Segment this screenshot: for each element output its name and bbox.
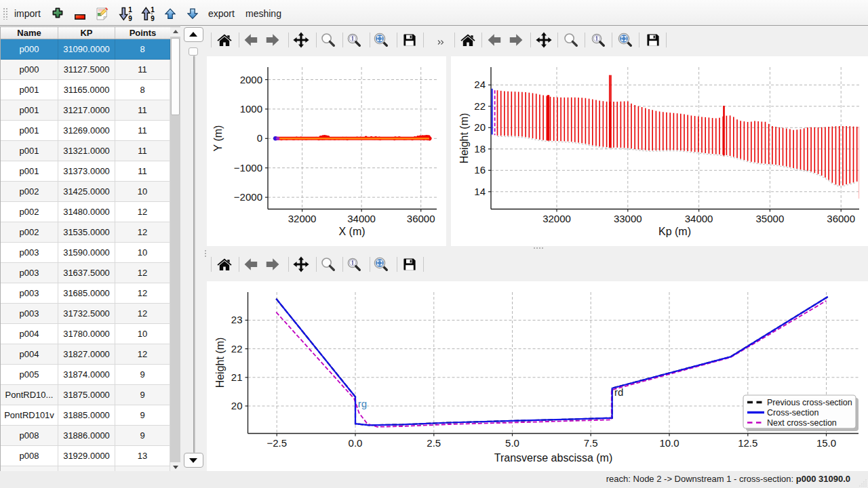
svg-text:34000: 34000: [685, 213, 713, 224]
svg-text:22: 22: [474, 100, 486, 112]
svg-text:2.5: 2.5: [427, 437, 441, 449]
svg-text:Next cross-section: Next cross-section: [767, 418, 837, 428]
svg-text:20: 20: [474, 121, 486, 133]
svg-text:22: 22: [231, 343, 243, 354]
svg-text:33000: 33000: [614, 213, 642, 224]
svg-text:9: 9: [151, 15, 155, 21]
svg-text:24: 24: [474, 79, 486, 90]
svg-text:16: 16: [474, 164, 486, 176]
svg-text:20: 20: [231, 400, 243, 411]
svg-text:rd: rd: [614, 386, 623, 398]
svg-text:5.0: 5.0: [505, 437, 519, 449]
svg-text:X (m): X (m): [338, 226, 365, 237]
svg-text:18: 18: [474, 143, 486, 155]
svg-text:−2.5: −2.5: [267, 437, 287, 449]
svg-text:1: 1: [128, 7, 132, 14]
svg-text:2000: 2000: [240, 74, 262, 85]
svg-text:Previous cross-section: Previous cross-section: [767, 398, 852, 407]
svg-text:−1000: −1000: [234, 162, 262, 174]
svg-text:Y (m): Y (m): [212, 125, 224, 152]
svg-text:1: 1: [151, 7, 155, 14]
svg-text:0: 0: [257, 132, 262, 144]
svg-text:Kp (m): Kp (m): [658, 226, 691, 237]
svg-text:23: 23: [231, 314, 243, 325]
svg-text:0.0: 0.0: [349, 437, 363, 449]
svg-text:15.0: 15.0: [816, 437, 836, 449]
svg-text:36000: 36000: [407, 213, 435, 224]
svg-text:21: 21: [231, 371, 243, 383]
svg-text:32000: 32000: [288, 213, 317, 224]
svg-text:Height (m): Height (m): [214, 338, 226, 388]
svg-text:1000: 1000: [240, 103, 262, 115]
svg-text:36000: 36000: [827, 213, 855, 224]
svg-text:Transverse abscissa (m): Transverse abscissa (m): [494, 452, 613, 464]
svg-text:−2000: −2000: [234, 191, 262, 203]
svg-text:Height (m): Height (m): [458, 113, 470, 164]
svg-text:32000: 32000: [542, 213, 571, 224]
svg-text:12.5: 12.5: [738, 437, 757, 449]
svg-text:rg: rg: [358, 398, 367, 409]
svg-text:34000: 34000: [347, 213, 376, 224]
svg-text:Cross-section: Cross-section: [767, 408, 818, 418]
svg-text:9: 9: [128, 15, 132, 21]
svg-text:14: 14: [474, 186, 486, 197]
svg-text:10.0: 10.0: [659, 437, 679, 449]
svg-text:35000: 35000: [756, 213, 785, 224]
svg-text:7.5: 7.5: [584, 437, 598, 449]
